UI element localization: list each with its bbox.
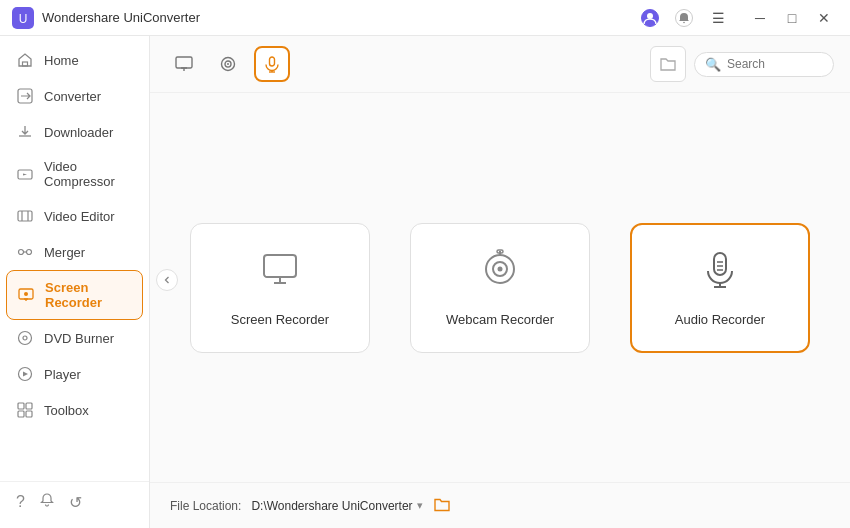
- svg-point-19: [19, 332, 32, 345]
- svg-rect-25: [26, 411, 32, 417]
- sidebar-item-home[interactable]: Home: [0, 42, 149, 78]
- app-title: Wondershare UniConverter: [42, 10, 636, 25]
- app-logo: U: [12, 7, 34, 29]
- maximize-button[interactable]: □: [778, 4, 806, 32]
- svg-point-3: [647, 13, 653, 19]
- tab-webcam[interactable]: [210, 46, 246, 82]
- notification-button[interactable]: [670, 4, 698, 32]
- player-icon: [16, 365, 34, 383]
- sidebar-item-toolbox[interactable]: Toolbox: [0, 392, 149, 428]
- converter-icon: [16, 87, 34, 105]
- title-bar-controls: ☰ ─ □ ✕: [636, 4, 838, 32]
- svg-rect-26: [176, 57, 192, 68]
- svg-point-13: [27, 250, 32, 255]
- sidebar-label-merger: Merger: [44, 245, 85, 260]
- webcam-recorder-card-label: Webcam Recorder: [446, 312, 554, 327]
- main-layout: Home Converter Downloader: [0, 36, 850, 528]
- webcam-recorder-card-icon: [480, 249, 520, 298]
- svg-point-41: [498, 266, 503, 271]
- file-location-path: D:\Wondershare UniConverter: [251, 499, 412, 513]
- toolbox-icon: [16, 401, 34, 419]
- sidebar-label-home: Home: [44, 53, 79, 68]
- sidebar-label-dvd-burner: DVD Burner: [44, 331, 114, 346]
- sidebar-item-converter[interactable]: Converter: [0, 78, 149, 114]
- sidebar-item-dvd-burner[interactable]: DVD Burner: [0, 320, 149, 356]
- downloader-icon: [16, 123, 34, 141]
- svg-rect-32: [270, 57, 275, 66]
- sidebar-label-video-editor: Video Editor: [44, 209, 115, 224]
- svg-point-12: [19, 250, 24, 255]
- sidebar-item-downloader[interactable]: Downloader: [0, 114, 149, 150]
- close-button[interactable]: ✕: [810, 4, 838, 32]
- audio-recorder-card[interactable]: Audio Recorder: [630, 223, 810, 353]
- screen-recorder-card-label: Screen Recorder: [231, 312, 329, 327]
- sidebar-label-downloader: Downloader: [44, 125, 113, 140]
- help-icon[interactable]: ?: [16, 493, 25, 511]
- content-topbar: 🔍: [150, 36, 850, 93]
- sidebar-label-screen-recorder: Screen Recorder: [45, 280, 132, 310]
- search-icon: 🔍: [705, 57, 721, 72]
- sidebar-bottom: ? ↺: [0, 481, 149, 522]
- screen-recorder-icon: [17, 286, 35, 304]
- sidebar-item-video-editor[interactable]: Video Editor: [0, 198, 149, 234]
- svg-point-31: [227, 63, 229, 65]
- open-folder-button[interactable]: [650, 46, 686, 82]
- tab-screen[interactable]: [166, 46, 202, 82]
- search-input[interactable]: [727, 57, 827, 71]
- recorder-section: Screen Recorder Webcam Recorder: [150, 93, 850, 482]
- user-button[interactable]: [636, 4, 664, 32]
- video-compressor-icon: [16, 165, 34, 183]
- minimize-button[interactable]: ─: [746, 4, 774, 32]
- sidebar: Home Converter Downloader: [0, 36, 150, 528]
- window-controls: ─ □ ✕: [746, 4, 838, 32]
- sidebar-label-video-compressor: Video Compressor: [44, 159, 133, 189]
- dvd-burner-icon: [16, 329, 34, 347]
- sidebar-label-player: Player: [44, 367, 81, 382]
- video-editor-icon: [16, 207, 34, 225]
- title-bar: U Wondershare UniConverter ☰ ─ □ ✕: [0, 0, 850, 36]
- content-footer: File Location: D:\Wondershare UniConvert…: [150, 482, 850, 528]
- content-area: 🔍 Screen Recorder: [150, 36, 850, 528]
- dropdown-icon: ▾: [417, 499, 423, 512]
- sidebar-label-toolbox: Toolbox: [44, 403, 89, 418]
- merger-icon: [16, 243, 34, 261]
- svg-point-18: [24, 292, 28, 296]
- refresh-icon[interactable]: ↺: [69, 493, 82, 512]
- bell-icon[interactable]: [39, 492, 55, 512]
- screen-recorder-card[interactable]: Screen Recorder: [190, 223, 370, 353]
- sidebar-collapse-button[interactable]: [156, 269, 178, 291]
- file-location-label: File Location:: [170, 499, 241, 513]
- sidebar-item-merger[interactable]: Merger: [0, 234, 149, 270]
- svg-rect-22: [18, 403, 24, 409]
- svg-point-5: [683, 21, 685, 23]
- audio-recorder-card-label: Audio Recorder: [675, 312, 765, 327]
- sidebar-item-video-compressor[interactable]: Video Compressor: [0, 150, 149, 198]
- webcam-recorder-card[interactable]: Webcam Recorder: [410, 223, 590, 353]
- svg-point-20: [23, 336, 27, 340]
- audio-recorder-card-icon: [700, 249, 740, 298]
- svg-rect-44: [714, 253, 726, 275]
- sidebar-label-converter: Converter: [44, 89, 101, 104]
- svg-rect-24: [18, 411, 24, 417]
- svg-rect-6: [23, 62, 28, 66]
- menu-button[interactable]: ☰: [704, 4, 732, 32]
- home-icon: [16, 51, 34, 69]
- search-box: 🔍: [694, 52, 834, 77]
- open-folder-icon[interactable]: [433, 495, 451, 516]
- sidebar-item-screen-recorder[interactable]: Screen Recorder: [6, 270, 143, 320]
- svg-rect-23: [26, 403, 32, 409]
- svg-rect-35: [264, 255, 296, 277]
- sidebar-item-player[interactable]: Player: [0, 356, 149, 392]
- svg-rect-9: [18, 211, 32, 221]
- file-location-select[interactable]: D:\Wondershare UniConverter ▾: [251, 499, 422, 513]
- svg-text:U: U: [19, 12, 28, 26]
- tab-audio[interactable]: [254, 46, 290, 82]
- screen-recorder-card-icon: [260, 249, 300, 298]
